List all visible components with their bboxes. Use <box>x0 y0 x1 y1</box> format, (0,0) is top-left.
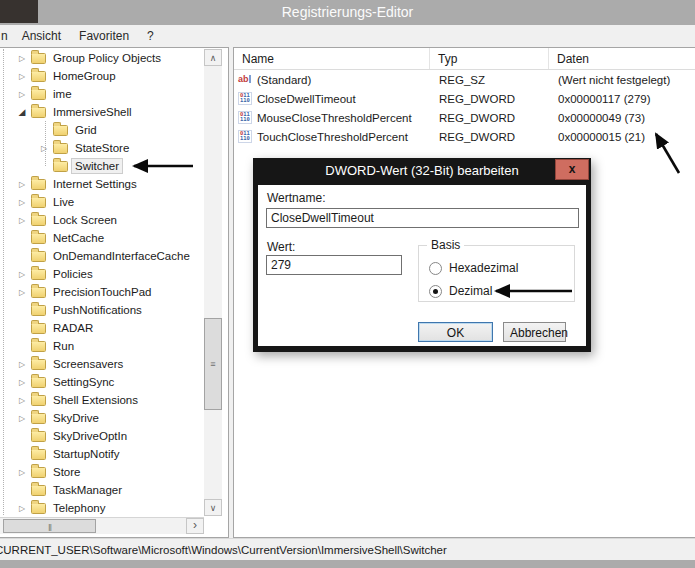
tree-expander-icon[interactable]: ▷ <box>16 216 28 225</box>
tree-item-precisiontouchpad[interactable]: ▷PrecisionTouchPad <box>0 283 203 301</box>
cancel-button[interactable]: Abbrechen <box>503 322 566 342</box>
tree-item-ondemandinterfacecache[interactable]: OnDemandInterfaceCache <box>0 247 203 265</box>
radio-hexadezimal[interactable]: Hexadezimal <box>429 261 518 275</box>
radio-button-icon[interactable] <box>429 285 442 298</box>
scroll-right-icon[interactable]: › <box>186 518 204 534</box>
tree-expander-icon[interactable]: ▷ <box>16 180 28 189</box>
tree-item-label[interactable]: PushNotifications <box>50 303 145 317</box>
horizontal-scroll-thumb[interactable]: ||| <box>3 519 96 533</box>
tree-item-label[interactable]: TaskManager <box>50 483 125 497</box>
tree-expander-icon[interactable]: ▷ <box>38 144 50 153</box>
tree-expander-icon[interactable]: ▷ <box>16 396 28 405</box>
tree-item-screensavers[interactable]: ▷Screensavers <box>0 355 203 373</box>
scroll-down-icon[interactable]: ∨ <box>204 499 222 516</box>
tree-item-label[interactable]: NetCache <box>50 231 107 245</box>
close-icon[interactable]: x <box>555 159 589 180</box>
tree-item-label[interactable]: StateStore <box>72 141 132 155</box>
tree-item-label[interactable]: Lock Screen <box>50 213 120 227</box>
tree-expander-icon[interactable]: ▷ <box>16 54 28 63</box>
tree-item-homegroup[interactable]: ▷HomeGroup <box>0 67 203 85</box>
tree-item-label[interactable]: Store <box>50 465 84 479</box>
tree-expander-icon[interactable]: ▷ <box>16 288 28 297</box>
column-header-name[interactable]: Name <box>234 48 430 69</box>
tree-expander-icon[interactable]: ▷ <box>16 90 28 99</box>
value-type: REG_DWORD <box>430 93 549 105</box>
tree-item-live[interactable]: ▷Live <box>0 193 203 211</box>
tree-item-label[interactable]: SkyDrive <box>50 411 102 425</box>
tree-item-label[interactable]: Live <box>50 195 77 209</box>
tree-item-label[interactable]: Group Policy Objects <box>50 51 164 65</box>
tree-expander-icon[interactable]: ▷ <box>16 198 28 207</box>
tree-item-policies[interactable]: ▷Policies <box>0 265 203 283</box>
radio-dezimal[interactable]: Dezimal <box>429 284 492 298</box>
tree-item-shell-extensions[interactable]: ▷Shell Extensions <box>0 391 203 409</box>
tree-item-switcher[interactable]: Switcher <box>0 157 203 175</box>
tree-item-startupnotify[interactable]: StartupNotify <box>0 445 203 463</box>
tree-item-label[interactable]: SkyDriveOptIn <box>50 429 130 443</box>
tree-item-immersiveshell[interactable]: ◢ImmersiveShell <box>0 103 203 121</box>
tree-item-label[interactable]: ImmersiveShell <box>50 105 135 119</box>
column-header-daten[interactable]: Daten <box>549 48 695 69</box>
tree-item-label[interactable]: StartupNotify <box>50 447 122 461</box>
wertname-input[interactable] <box>266 208 579 228</box>
tree-item-grid[interactable]: Grid <box>0 121 203 139</box>
tree-item-label[interactable]: Run <box>50 339 77 353</box>
tree-item-store[interactable]: ▷Store <box>0 463 203 481</box>
tree-item-taskmanager[interactable]: TaskManager <box>0 481 203 499</box>
value-name: TouchCloseThresholdPercent <box>257 131 408 143</box>
tree-item-radar[interactable]: RADAR <box>0 319 203 337</box>
tree-item-pushnotifications[interactable]: PushNotifications <box>0 301 203 319</box>
tree-item-statestore[interactable]: ▷StateStore <box>0 139 203 157</box>
tree-item-settingsync[interactable]: ▷SettingSync <box>0 373 203 391</box>
value-row-mouseclosethresholdpercent[interactable]: 011110MouseCloseThresholdPercentREG_DWOR… <box>234 108 695 127</box>
menu-item-help[interactable]: ? <box>138 26 163 46</box>
menu-item-ansicht[interactable]: Ansicht <box>13 26 70 46</box>
tree-item-label[interactable]: Switcher <box>72 159 122 173</box>
tree-expander-icon[interactable]: ▷ <box>16 270 28 279</box>
ok-button[interactable]: OK <box>418 322 493 342</box>
tree-item-label[interactable]: Telephony <box>50 501 108 515</box>
tree-vertical-scrollbar[interactable]: ∧ ≡ ∨ <box>204 49 222 516</box>
vertical-scroll-thumb[interactable]: ≡ <box>204 318 222 410</box>
tree-item-label[interactable]: SettingSync <box>50 375 117 389</box>
menu-item-partial[interactable]: n <box>0 26 13 46</box>
tree-item-internet-settings[interactable]: ▷Internet Settings <box>0 175 203 193</box>
tree-expander-icon[interactable]: ▷ <box>16 414 28 423</box>
folder-icon <box>31 395 46 406</box>
radio-button-icon[interactable] <box>429 262 442 275</box>
tree-item-label[interactable]: Internet Settings <box>50 177 140 191</box>
scroll-up-icon[interactable]: ∧ <box>204 49 222 66</box>
tree-item-label[interactable]: Screensavers <box>50 357 126 371</box>
tree-item-skydrive[interactable]: ▷SkyDrive <box>0 409 203 427</box>
tree-item-ime[interactable]: ▷ime <box>0 85 203 103</box>
value-row-standard[interactable]: ab(Standard)REG_SZ(Wert nicht festgelegt… <box>234 70 695 89</box>
folder-icon <box>31 341 46 352</box>
tree-item-group-policy-objects[interactable]: ▷Group Policy Objects <box>0 49 203 67</box>
tree-expander-icon[interactable]: ▷ <box>16 72 28 81</box>
menu-item-favoriten[interactable]: Favoriten <box>70 26 138 46</box>
tree-item-label[interactable]: Policies <box>50 267 96 281</box>
value-row-touchclosethresholdpercent[interactable]: 011110TouchCloseThresholdPercentREG_DWOR… <box>234 127 695 146</box>
column-header-typ[interactable]: Typ <box>430 48 549 69</box>
wert-input[interactable] <box>266 255 402 275</box>
value-name: (Standard) <box>257 74 311 86</box>
tree-item-telephony[interactable]: ▷Telephony <box>0 499 203 517</box>
tree-item-label[interactable]: ime <box>50 87 75 101</box>
tree-expander-icon[interactable]: ▷ <box>16 504 28 513</box>
tree-item-label[interactable]: OnDemandInterfaceCache <box>50 249 193 263</box>
tree-horizontal-scrollbar[interactable]: ||| › <box>0 517 204 534</box>
tree-expander-icon[interactable]: ◢ <box>16 107 28 117</box>
tree-item-run[interactable]: Run <box>0 337 203 355</box>
tree-item-label[interactable]: HomeGroup <box>50 69 119 83</box>
tree-expander-icon[interactable]: ▷ <box>16 468 28 477</box>
tree-item-label[interactable]: Grid <box>72 123 100 137</box>
tree-item-skydriveoptin[interactable]: SkyDriveOptIn <box>0 427 203 445</box>
tree-item-label[interactable]: Shell Extensions <box>50 393 141 407</box>
tree-item-netcache[interactable]: NetCache <box>0 229 203 247</box>
tree-expander-icon[interactable]: ▷ <box>16 360 28 369</box>
value-row-closedwelltimeout[interactable]: 011110CloseDwellTimeoutREG_DWORD0x000001… <box>234 89 695 108</box>
tree-item-label[interactable]: RADAR <box>50 321 96 335</box>
tree-expander-icon[interactable]: ▷ <box>16 378 28 387</box>
tree-item-label[interactable]: PrecisionTouchPad <box>50 285 154 299</box>
tree-item-lock-screen[interactable]: ▷Lock Screen <box>0 211 203 229</box>
